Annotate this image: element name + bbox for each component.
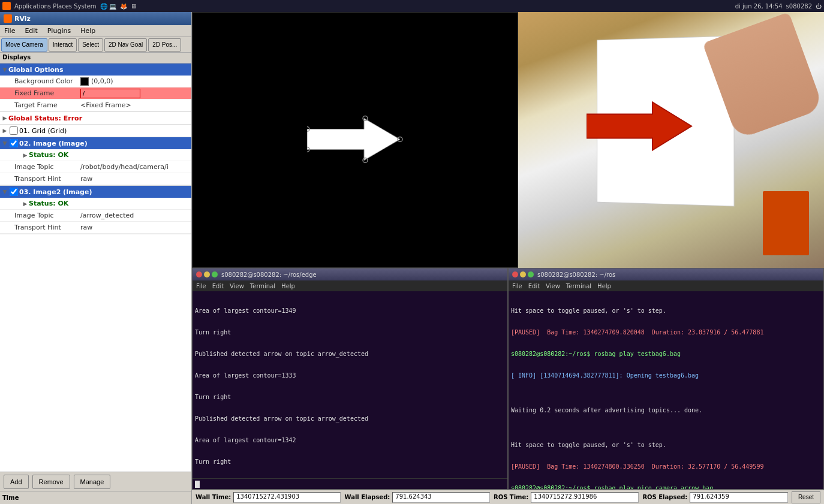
displays-header: Displays: [0, 53, 191, 64]
reset-button[interactable]: Reset: [792, 491, 820, 503]
target-frame-row: Target Frame <Fixed Frame>: [0, 99, 191, 111]
term2-menu-help[interactable]: Help: [597, 283, 611, 289]
display-image2-checkbox[interactable]: [10, 188, 18, 196]
tool-select[interactable]: Select: [78, 38, 103, 52]
minimize-dot[interactable]: [204, 271, 210, 277]
display-image-checkbox[interactable]: [10, 139, 18, 147]
terminal2: s080282@s080282: ~/ros File Edit View Te…: [508, 268, 824, 490]
t2-l3: s080282@s080282:~/ros$ rosbag play testb…: [511, 350, 821, 358]
right-side: s080282@s080282: ~/ros/edge File Edit Vi…: [192, 12, 824, 504]
ros-time-label: ROS Time:: [494, 494, 528, 500]
display-grid-row[interactable]: ▶ 01. Grid (Grid): [0, 125, 191, 137]
global-status-row[interactable]: ▶ Global Status: Error: [0, 112, 191, 124]
system-icons: 🌐 💻: [100, 3, 116, 10]
minimize-dot2[interactable]: [520, 271, 526, 277]
image-transport-row: Transport Hint raw: [0, 173, 191, 185]
display-image2-row[interactable]: ▼ 03. Image2 (Image): [0, 186, 191, 198]
terminal1-input-row[interactable]: [193, 478, 507, 489]
rviz-app-icon: [4, 14, 12, 23]
terminal2-content[interactable]: Hit space to toggle paused, or 's' to st…: [509, 291, 823, 489]
image2-transport-value[interactable]: raw: [80, 224, 189, 231]
term1-menu-edit[interactable]: Edit: [212, 283, 224, 289]
terminal1: s080282@s080282: ~/ros/edge File Edit Vi…: [192, 268, 508, 490]
image-topic-row: Image Topic /robot/body/head/camera/i: [0, 161, 191, 173]
image2-topic-label: Image Topic: [14, 212, 80, 219]
image2-transport-row: Transport Hint raw: [0, 222, 191, 234]
power-icon[interactable]: ⏻: [816, 3, 822, 10]
image-transport-label: Transport Hint: [14, 175, 80, 183]
target-frame-value[interactable]: <Fixed Frame>: [80, 101, 189, 109]
term1-menu-terminal[interactable]: Terminal: [250, 283, 275, 289]
maximize-dot2[interactable]: [528, 271, 534, 277]
manage-button[interactable]: Manage: [74, 475, 111, 489]
camera-arrow-svg: [587, 96, 694, 156]
rviz-3d-view[interactable]: [192, 12, 518, 268]
add-button[interactable]: Add: [4, 475, 29, 489]
image-status-row: ▶ Status: OK: [0, 149, 191, 161]
menu-plugins[interactable]: Plugins: [46, 26, 73, 35]
term1-line-7: Area of largest contour=1342: [195, 436, 505, 445]
close-dot2[interactable]: [512, 271, 518, 277]
terminal2-titlebar: s080282@s080282: ~/ros: [509, 268, 823, 280]
expand-icon: ▼: [1, 67, 8, 73]
term1-menu-view[interactable]: View: [230, 283, 244, 289]
terminal1-content[interactable]: Area of largest contour=1349 Turn right …: [193, 291, 507, 478]
fixed-frame-input[interactable]: [80, 89, 140, 98]
global-status-label: Global Status: Error: [8, 114, 190, 122]
expand-icon: ▼: [1, 140, 8, 146]
term1-line-2: Turn right: [195, 328, 505, 337]
image-transport-value[interactable]: raw: [80, 175, 189, 183]
global-options-label: Global Options: [8, 66, 190, 74]
t2-l6: Waiting 0.2 seconds after advertising to…: [511, 406, 821, 415]
display-image-item: ▼ 02. Image (Image) ▶ Status: OK Image T…: [0, 137, 191, 186]
term1-menu-file[interactable]: File: [196, 283, 206, 289]
image2-status: Status: OK: [29, 200, 68, 207]
fixed-frame-row: Fixed Frame: [0, 87, 191, 99]
window-controls: [196, 271, 218, 277]
svg-marker-6: [587, 102, 691, 150]
display-image-row[interactable]: ▼ 02. Image (Image): [0, 137, 191, 149]
expand-icon: ▶: [1, 115, 8, 121]
t2-l8: Hit space to toggle paused, or 's' to st…: [511, 441, 821, 449]
display-image2-label: 03. Image2 (Image): [19, 188, 190, 196]
menu-file[interactable]: File: [2, 26, 17, 35]
fixed-frame-value[interactable]: [80, 89, 189, 98]
menu-edit[interactable]: Edit: [23, 26, 39, 35]
global-status-item: ▶ Global Status: Error: [0, 112, 191, 125]
term2-menu-terminal[interactable]: Terminal: [566, 283, 591, 289]
image2-topic-value[interactable]: /arrow_detected: [80, 212, 189, 219]
arrow-svg: [307, 112, 403, 166]
term2-menu-view[interactable]: View: [546, 283, 560, 289]
ros-elapsed-label: ROS Elapsed:: [642, 494, 687, 500]
close-dot[interactable]: [196, 271, 202, 277]
system-bar: Applications Places System 🌐 💻 🦊 🖥 di ju…: [0, 0, 824, 12]
terminal2-menubar: File Edit View Terminal Help: [509, 280, 823, 291]
display-grid-checkbox[interactable]: [10, 126, 18, 135]
image-topic-value[interactable]: /robot/body/head/camera/i: [80, 163, 189, 171]
global-options-row[interactable]: ▼ Global Options: [0, 64, 191, 76]
tool-2d-nav[interactable]: 2D Nav Goal: [104, 38, 147, 52]
terminal2-title: s080282@s080282: ~/ros: [537, 271, 615, 278]
time-label: Time: [2, 494, 19, 501]
system-apps[interactable]: Applications Places System: [14, 3, 97, 10]
term2-menu-edit[interactable]: Edit: [528, 283, 540, 289]
tool-interact[interactable]: Interact: [49, 38, 77, 52]
tool-move-camera[interactable]: Move Camera: [1, 38, 47, 52]
tool-2d-pos[interactable]: 2D Pos...: [148, 38, 181, 52]
image2-transport-text: raw: [80, 224, 92, 231]
color-swatch: [80, 77, 89, 86]
bg-color-value[interactable]: (0,0,0): [80, 77, 189, 86]
arrow-shape: [307, 112, 403, 168]
app-icon: [2, 2, 11, 10]
wall-elapsed-value: 791.624343: [392, 492, 490, 503]
camera-view: [518, 12, 824, 268]
main-layout: RViz File Edit Plugins Help Move Camera …: [0, 12, 824, 504]
rviz-panel: RViz File Edit Plugins Help Move Camera …: [0, 12, 192, 504]
menu-help[interactable]: Help: [79, 26, 97, 35]
term2-menu-file[interactable]: File: [512, 283, 522, 289]
maximize-dot[interactable]: [212, 271, 218, 277]
expand-icon: ▶: [1, 128, 8, 134]
remove-button[interactable]: Remove: [32, 475, 70, 489]
term1-menu-help[interactable]: Help: [281, 283, 295, 289]
terminal1-titlebar: s080282@s080282: ~/ros/edge: [193, 268, 507, 280]
